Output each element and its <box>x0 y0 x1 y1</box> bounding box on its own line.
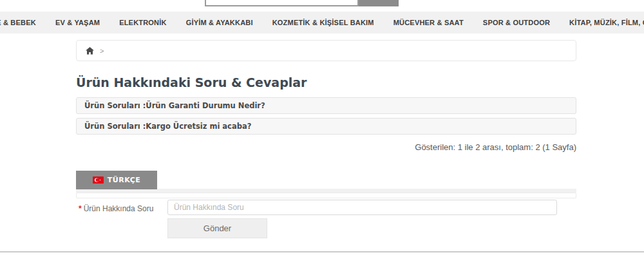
nav-item-spor-outdoor[interactable]: SPOR & OUTDOOR <box>483 19 550 26</box>
breadcrumb-separator: > <box>100 47 104 55</box>
form-actions: Gönder <box>76 218 576 238</box>
search-button[interactable] <box>359 0 399 6</box>
nav-item-ev-yasam[interactable]: EV & YAŞAM <box>55 19 100 26</box>
results-count: Gösterilen: 1 ile 2 arası, toplam: 2 (1 … <box>76 142 576 152</box>
top-strip <box>0 0 644 12</box>
turkish-flag-icon <box>93 176 104 184</box>
question-item[interactable]: Ürün Soruları :Ürün Garanti Durumu Nedir… <box>76 97 576 114</box>
question-list: Ürün Soruları :Ürün Garanti Durumu Nedir… <box>76 97 576 135</box>
question-form-row: *Ürün Hakkında Soru <box>76 200 576 215</box>
nav-item-elektronik[interactable]: ELEKTRONİK <box>119 19 167 26</box>
category-navbar: ANNE & BEBEK EV & YAŞAM ELEKTRONİK GİYİM… <box>0 12 644 33</box>
tab-label: TÜRKÇE <box>108 176 141 184</box>
nav-item-mucevher-saat[interactable]: MÜCEVHER & SAAT <box>393 19 464 26</box>
nav-item-giyim-ayakkabi[interactable]: GİYİM & AYAKKABI <box>186 19 253 26</box>
tab-turkce[interactable]: TÜRKÇE <box>76 171 157 189</box>
home-icon[interactable] <box>86 47 94 55</box>
nav-item-kozmetik-kisisel-bakim[interactable]: KOZMETİK & KİŞİSEL BAKIM <box>272 19 374 26</box>
nav-item-kitap-muzik-film-oyun[interactable]: KİTAP, MÜZİK, FİLM, OYUN <box>569 19 644 26</box>
form-label-column: *Ürün Hakkında Soru <box>76 200 167 215</box>
required-marker: * <box>79 204 82 213</box>
page-title: Ürün Hakkındaki Soru & Cevaplar <box>76 75 576 90</box>
search-bar <box>205 0 399 6</box>
tab-bar-filler <box>157 171 576 189</box>
question-input[interactable] <box>167 200 557 215</box>
search-input[interactable] <box>205 0 359 6</box>
tab-panel-top <box>76 193 576 198</box>
footer-divider <box>0 251 644 252</box>
breadcrumb: > <box>76 40 576 61</box>
main-content: > Ürün Hakkındaki Soru & Cevaplar Ürün S… <box>76 40 576 238</box>
submit-button[interactable]: Gönder <box>167 218 267 238</box>
nav-item-anne-bebek[interactable]: ANNE & BEBEK <box>0 19 36 26</box>
question-field-label: *Ürün Hakkında Soru <box>79 204 153 213</box>
question-item[interactable]: Ürün Soruları :Kargo Ücretsiz mi acaba? <box>76 118 576 135</box>
language-tabs: TÜRKÇE <box>76 171 576 189</box>
